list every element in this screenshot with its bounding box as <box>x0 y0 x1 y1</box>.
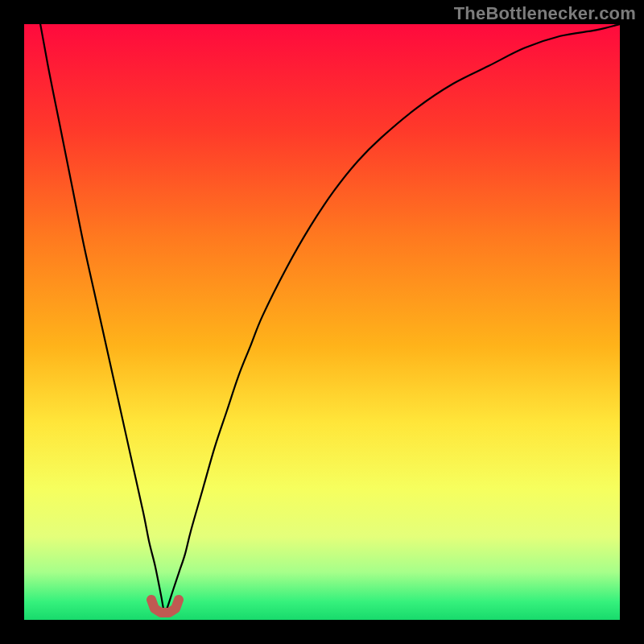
chart-plot-area <box>24 24 620 620</box>
watermark-text: TheBottlenecker.com <box>454 3 636 24</box>
app-stage: TheBottlenecker.com <box>0 0 644 644</box>
curve-svg <box>24 24 620 620</box>
bottleneck-curve <box>24 24 620 612</box>
curve-min-marker <box>151 600 179 613</box>
